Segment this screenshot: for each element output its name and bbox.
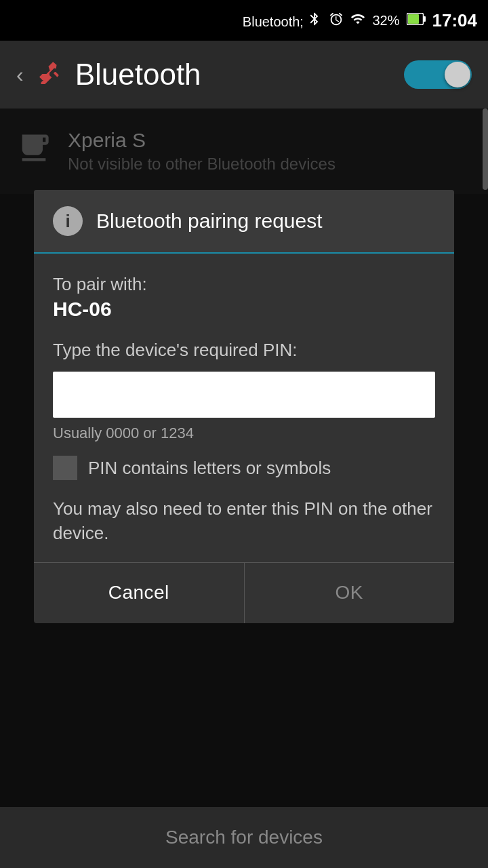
battery-icon bbox=[407, 13, 426, 28]
cancel-button[interactable]: Cancel bbox=[34, 563, 245, 623]
battery-percentage: 32% bbox=[372, 13, 399, 28]
info-icon: i bbox=[53, 206, 83, 236]
bottom-bar: Search for devices bbox=[0, 807, 488, 868]
pin-letters-checkbox[interactable] bbox=[53, 456, 77, 480]
status-bar: Bluetooth; 32% 17:04 bbox=[0, 0, 488, 41]
pin-prompt-label: Type the device's required PIN: bbox=[53, 340, 435, 361]
dialog-buttons: Cancel OK bbox=[34, 562, 454, 623]
checkbox-label[interactable]: PIN contains letters or symbols bbox=[88, 458, 331, 479]
ok-button[interactable]: OK bbox=[245, 563, 455, 623]
additional-note: You may also need to enter this PIN on t… bbox=[53, 496, 435, 546]
pin-input[interactable] bbox=[53, 372, 435, 418]
pairing-dialog: i Bluetooth pairing request To pair with… bbox=[34, 190, 454, 623]
bluetooth-toggle[interactable] bbox=[404, 60, 472, 89]
dialog-body: To pair with: HC-06 Type the device's re… bbox=[34, 254, 454, 562]
signal-icon bbox=[350, 12, 365, 30]
dialog-header: i Bluetooth pairing request bbox=[34, 190, 454, 254]
svg-rect-2 bbox=[424, 16, 426, 22]
status-time: 17:04 bbox=[432, 10, 478, 31]
dialog-title: Bluetooth pairing request bbox=[96, 210, 323, 233]
bluetooth-status-icon: Bluetooth; bbox=[243, 12, 323, 30]
header: ‹ Bluetooth bbox=[0, 41, 488, 108]
back-icon[interactable]: ‹ bbox=[16, 62, 24, 87]
pair-with-label: To pair with: bbox=[53, 274, 435, 295]
svg-rect-1 bbox=[408, 14, 419, 24]
pairing-device-name: HC-06 bbox=[53, 298, 435, 321]
toggle-knob bbox=[445, 62, 470, 87]
pin-hint: Usually 0000 or 1234 bbox=[53, 425, 435, 442]
alarm-icon bbox=[329, 12, 344, 30]
page-title: Bluetooth bbox=[75, 58, 390, 92]
scrollbar bbox=[483, 108, 488, 190]
search-devices-label[interactable]: Search for devices bbox=[165, 827, 323, 848]
pin-checkbox-row: PIN contains letters or symbols bbox=[53, 456, 435, 480]
wrench-icon bbox=[37, 60, 62, 90]
